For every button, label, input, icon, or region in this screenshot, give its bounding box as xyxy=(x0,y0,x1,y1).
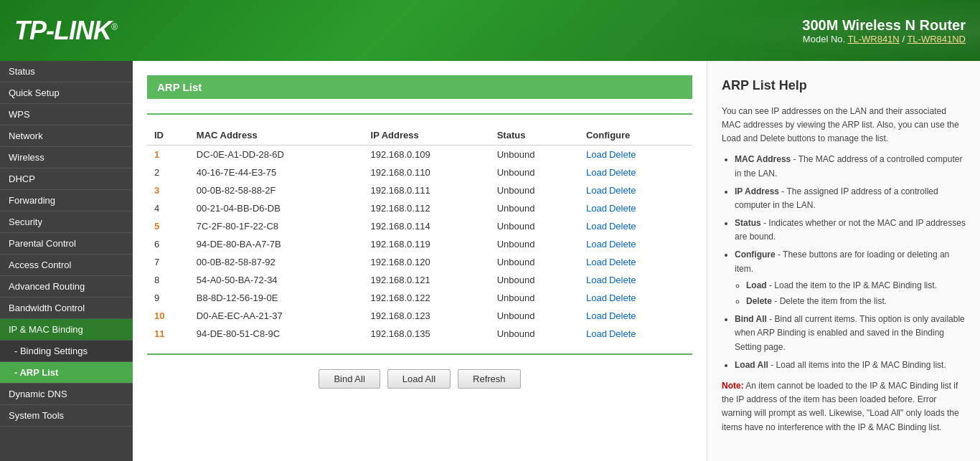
header: TP-LINK® 300M Wireless N Router Model No… xyxy=(0,0,980,61)
sidebar-item-arp-list[interactable]: - ARP List xyxy=(0,362,133,384)
delete-link[interactable]: Delete xyxy=(609,239,636,249)
load-link[interactable]: Load xyxy=(586,310,607,321)
help-list-item: Load All - Load all items into the IP & … xyxy=(735,358,966,372)
arp-table: ID MAC Address IP Address Status Configu… xyxy=(147,125,692,343)
sidebar-item-wireless[interactable]: Wireless xyxy=(0,147,133,168)
delete-link[interactable]: Delete xyxy=(609,167,636,178)
row-ip: 192.168.0.110 xyxy=(364,163,490,181)
row-ip: 192.168.0.121 xyxy=(364,271,490,289)
row-ip: 192.168.0.119 xyxy=(364,235,490,253)
sidebar-item-access-control[interactable]: Access Control xyxy=(0,255,133,276)
row-status: Unbound xyxy=(490,253,579,271)
row-id: 6 xyxy=(147,235,189,253)
sidebar-item-forwarding[interactable]: Forwarding xyxy=(0,190,133,212)
row-ip: 192.168.0.112 xyxy=(364,199,490,217)
delete-link[interactable]: Delete xyxy=(609,149,636,160)
row-id-link[interactable]: 5 xyxy=(154,221,159,232)
sidebar-item-system-tools[interactable]: System Tools xyxy=(0,405,133,427)
col-id: ID xyxy=(147,125,189,146)
section-title: ARP List xyxy=(147,75,692,99)
delete-link[interactable]: Delete xyxy=(609,310,636,321)
help-list-item: MAC Address - The MAC address of a contr… xyxy=(735,153,966,180)
delete-link[interactable]: Delete xyxy=(609,185,636,196)
load-link[interactable]: Load xyxy=(586,257,607,267)
sidebar-item-advanced-routing[interactable]: Advanced Routing xyxy=(0,276,133,298)
help-sublist-item: Load - Load the item to the IP & MAC Bin… xyxy=(746,279,966,293)
delete-link[interactable]: Delete xyxy=(609,293,636,303)
button-bar: Bind All Load All Refresh xyxy=(147,369,692,389)
sidebar-item-status[interactable]: Status xyxy=(0,61,133,82)
row-id-link[interactable]: 10 xyxy=(154,310,164,321)
load-link[interactable]: Load xyxy=(586,275,607,285)
load-link[interactable]: Load xyxy=(586,203,607,214)
load-link[interactable]: Load xyxy=(586,149,607,160)
sidebar-item-bandwidth-control[interactable]: Bandwidth Control xyxy=(0,298,133,319)
row-id-link[interactable]: 1 xyxy=(154,149,159,160)
sidebar-item-quick-setup[interactable]: Quick Setup xyxy=(0,82,133,104)
row-ip: 192.168.0.123 xyxy=(364,307,490,325)
delete-link[interactable]: Delete xyxy=(609,275,636,285)
row-id-link[interactable]: 11 xyxy=(154,328,164,339)
sidebar-item-dynamic-dns[interactable]: Dynamic DNS xyxy=(0,384,133,405)
load-all-button[interactable]: Load All xyxy=(387,369,451,389)
logo: TP-LINK® xyxy=(14,16,117,46)
row-configure: LoadDelete xyxy=(579,235,692,253)
model-n-link[interactable]: TL-WR841N xyxy=(848,34,900,44)
sidebar-item-parental-control[interactable]: Parental Control xyxy=(0,233,133,255)
table-row: 240-16-7E-44-E3-75192.168.0.110UnboundLo… xyxy=(147,163,692,181)
refresh-button[interactable]: Refresh xyxy=(458,369,521,389)
sidebar-item-network[interactable]: Network xyxy=(0,125,133,147)
row-mac: DC-0E-A1-DD-28-6D xyxy=(189,146,364,164)
row-status: Unbound xyxy=(490,163,579,181)
row-id-link[interactable]: 3 xyxy=(154,185,159,196)
load-link[interactable]: Load xyxy=(586,328,607,339)
sidebar-item-wps[interactable]: WPS xyxy=(0,104,133,125)
row-configure: LoadDelete xyxy=(579,325,692,343)
row-mac: 7C-2F-80-1F-22-C8 xyxy=(189,217,364,235)
row-configure: LoadDelete xyxy=(579,289,692,307)
load-link[interactable]: Load xyxy=(586,293,607,303)
row-id: 7 xyxy=(147,253,189,271)
row-mac: 00-21-04-BB-D6-DB xyxy=(189,199,364,217)
col-mac: MAC Address xyxy=(189,125,364,146)
row-mac: D0-AE-EC-AA-21-37 xyxy=(189,307,364,325)
row-configure: LoadDelete xyxy=(579,181,692,199)
header-right: 300M Wireless N Router Model No. TL-WR84… xyxy=(802,17,966,44)
row-mac: 54-A0-50-BA-72-34 xyxy=(189,271,364,289)
sidebar-item-security[interactable]: Security xyxy=(0,212,133,233)
help-list-item: Configure - These buttons are for loadin… xyxy=(735,248,966,308)
sidebar-item-ip-mac-binding[interactable]: IP & MAC Binding xyxy=(0,319,133,341)
load-link[interactable]: Load xyxy=(586,185,607,196)
row-mac: 40-16-7E-44-E3-75 xyxy=(189,163,364,181)
help-sublist-item: Delete - Delete the item from the list. xyxy=(746,295,966,308)
load-link[interactable]: Load xyxy=(586,239,607,249)
row-id: 2 xyxy=(147,163,189,181)
table-row: 400-21-04-BB-D6-DB192.168.0.112UnboundLo… xyxy=(147,199,692,217)
col-ip: IP Address xyxy=(364,125,490,146)
table-header-row: ID MAC Address IP Address Status Configu… xyxy=(147,125,692,146)
bind-all-button[interactable]: Bind All xyxy=(319,369,380,389)
table-row: 1194-DE-80-51-C8-9C192.168.0.135UnboundL… xyxy=(147,325,692,343)
delete-link[interactable]: Delete xyxy=(609,203,636,214)
sidebar-item-binding-settings[interactable]: - Binding Settings xyxy=(0,341,133,362)
router-name: 300M Wireless N Router xyxy=(802,17,966,34)
row-id: 9 xyxy=(147,289,189,307)
row-mac: B8-8D-12-56-19-0E xyxy=(189,289,364,307)
load-link[interactable]: Load xyxy=(586,167,607,178)
help-list-item: Status - Indicates whether or not the MA… xyxy=(735,217,966,244)
row-status: Unbound xyxy=(490,235,579,253)
sidebar-item-dhcp[interactable]: DHCP xyxy=(0,168,133,190)
row-ip: 192.168.0.109 xyxy=(364,146,490,164)
row-ip: 192.168.0.120 xyxy=(364,253,490,271)
table-row: 700-0B-82-58-87-92192.168.0.120UnboundLo… xyxy=(147,253,692,271)
model-nd-link[interactable]: TL-WR841ND xyxy=(907,34,966,44)
help-title: ARP List Help xyxy=(722,75,966,96)
help-list-item: Bind All - Bind all current items. This … xyxy=(735,313,966,354)
row-status: Unbound xyxy=(490,217,579,235)
row-status: Unbound xyxy=(490,199,579,217)
delete-link[interactable]: Delete xyxy=(609,328,636,339)
row-id: 8 xyxy=(147,271,189,289)
delete-link[interactable]: Delete xyxy=(609,257,636,267)
load-link[interactable]: Load xyxy=(586,221,607,232)
delete-link[interactable]: Delete xyxy=(609,221,636,232)
